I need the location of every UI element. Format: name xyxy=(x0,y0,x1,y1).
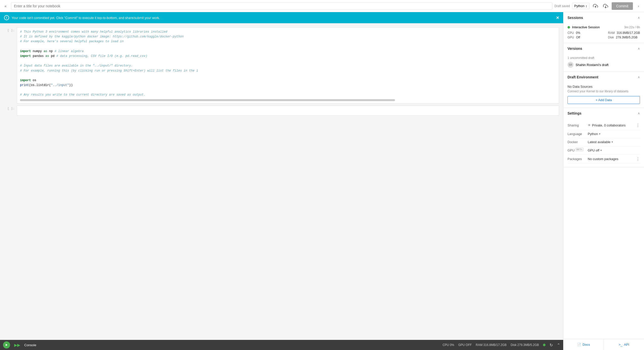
gpu-status: GPU OFF xyxy=(458,343,472,347)
sharing-more-button[interactable]: ⋮ xyxy=(636,123,640,128)
session-type-label: Interactive Session xyxy=(572,25,600,29)
draft-env-section: Draft Environment ∧ No Data Sources Conn… xyxy=(563,72,644,108)
settings-section-header[interactable]: Settings ∧ xyxy=(563,108,644,119)
svg-marker-2 xyxy=(6,344,8,346)
download-button[interactable] xyxy=(602,2,610,10)
no-data-title: No Data Sources xyxy=(567,85,640,89)
lock-icon: 👁 xyxy=(588,123,591,127)
cell-2: [ ]: xyxy=(0,105,563,116)
refresh-button[interactable]: ↻ xyxy=(550,343,553,347)
draft-user-label: Shahin Rostami's draft xyxy=(576,63,608,67)
gpu-label: GPU xyxy=(567,36,574,39)
cpu-label: CPU xyxy=(567,31,574,35)
session-time: 3m:22s / 6h xyxy=(624,26,640,29)
console-label: Console xyxy=(24,343,36,347)
add-data-button[interactable]: + Add Data xyxy=(567,96,640,104)
language-caret-icon: ▼ xyxy=(598,133,601,135)
sessions-section-header[interactable]: Sessions ∧ xyxy=(563,12,644,23)
draft-env-header[interactable]: Draft Environment ∧ xyxy=(563,72,644,83)
docker-caret-icon: ▼ xyxy=(611,141,613,143)
api-label: API xyxy=(624,343,629,346)
main-area: i Your code isn't committed yet. Click "… xyxy=(0,12,644,350)
commit-button[interactable]: Commit xyxy=(612,2,633,10)
gpu-value: Off xyxy=(576,36,580,39)
docs-icon: 📄 xyxy=(577,343,581,346)
packages-more-button[interactable]: ⋮ xyxy=(636,157,640,161)
settings-section: Settings ∧ Sharing 👁 Private, 0 collabor… xyxy=(563,108,644,167)
cell-1-content[interactable]: # This Python 3 environment comes with m… xyxy=(17,27,559,103)
settings-title: Settings xyxy=(567,111,581,115)
ram-label: RAM xyxy=(608,31,615,35)
api-icon: >_ xyxy=(619,343,623,346)
collapse-sidebar-button[interactable]: « xyxy=(2,3,9,10)
info-icon: i xyxy=(4,15,9,20)
language-label: Python xyxy=(574,4,584,8)
draft-env-collapse-icon: ∧ xyxy=(638,75,640,79)
language-dropdown[interactable]: Python ▼ xyxy=(588,132,640,136)
close-banner-button[interactable]: ✕ xyxy=(556,15,559,20)
collapse-console-button[interactable]: ⌃ xyxy=(557,343,560,347)
ram-status: RAM 316.8MB/17.2GB xyxy=(476,343,507,347)
docker-dropdown[interactable]: Latest available ▼ xyxy=(588,140,640,144)
session-active-dot xyxy=(567,26,570,29)
gpu-caret-icon: ▼ xyxy=(600,149,602,152)
info-banner: i Your code isn't committed yet. Click "… xyxy=(0,12,563,23)
cell-2-label: [ ]: xyxy=(4,105,17,116)
sidebar-footer: 📄 Docs >_ API xyxy=(563,339,644,350)
versions-body: 1 uncommitted draft SR Shahin Rostami's … xyxy=(563,54,644,71)
draft-env-title: Draft Environment xyxy=(567,75,598,79)
ram-value: 316.8MB/17.2GB xyxy=(617,31,640,35)
connection-status-dot xyxy=(543,344,546,346)
versions-section: Versions ∧ 1 uncommitted draft SR Shahin… xyxy=(563,43,644,72)
sessions-collapse-icon: ∧ xyxy=(638,16,640,19)
cells-area: [ ]: # This Python 3 environment comes w… xyxy=(0,23,563,340)
navigate-forward-button[interactable]: › xyxy=(635,3,642,10)
docs-button[interactable]: 📄 Docs xyxy=(563,339,604,350)
draft-env-body: No Data Sources Connect your Kernel to o… xyxy=(563,83,644,107)
disk-label: Disk xyxy=(608,36,614,39)
docker-label: Docker xyxy=(567,140,588,144)
api-button[interactable]: >_ API xyxy=(604,339,644,350)
settings-body: Sharing 👁 Private, 0 collaborators ⋮ Lan… xyxy=(563,119,644,167)
no-data-subtitle: Connect your Kernel to our library of da… xyxy=(567,90,640,93)
disk-status: Disk 279.3MB/5.2GB xyxy=(511,343,539,347)
gpu-dropdown[interactable]: GPU off ▼ xyxy=(588,148,640,152)
docs-label: Docs xyxy=(583,343,590,346)
notebook-area: i Your code isn't committed yet. Click "… xyxy=(0,12,563,350)
packages-label: Packages xyxy=(567,157,588,161)
sharing-row: Sharing 👁 Private, 0 collaborators ⋮ xyxy=(567,121,640,130)
cpu-status: CPU 0% xyxy=(442,343,454,347)
gpu-row: GPU BETA GPU off ▼ xyxy=(567,146,640,155)
sessions-section: Sessions ∧ Interactive Session 3m:22s / … xyxy=(563,12,644,43)
cell-2-content[interactable] xyxy=(17,105,559,116)
versions-title: Versions xyxy=(567,47,582,51)
draft-saved-status: Draft saved xyxy=(554,4,570,8)
docker-row: Docker Latest available ▼ xyxy=(567,138,640,146)
gpu-setting-label: GPU BETA xyxy=(567,148,588,152)
sharing-label: Sharing xyxy=(567,123,588,127)
statusbar: ▶▶ Console CPU 0% GPU OFF RAM 316.8MB/17… xyxy=(0,340,563,350)
sharing-value: 👁 Private, 0 collaborators xyxy=(588,123,636,127)
language-setting-label: Language xyxy=(567,132,588,136)
versions-section-header[interactable]: Versions ∧ xyxy=(563,43,644,54)
settings-collapse-icon: ∧ xyxy=(638,112,640,115)
upload-button[interactable] xyxy=(591,2,600,10)
session-stats: CPU0% GPUOff RAM316.8MB/17.2GB Disk279.3… xyxy=(567,31,640,39)
sessions-body: Interactive Session 3m:22s / 6h CPU0% GP… xyxy=(563,23,644,43)
language-selector[interactable]: Python ↕ xyxy=(572,3,589,9)
beta-badge: BETA xyxy=(576,148,583,151)
right-sidebar: Sessions ∧ Interactive Session 3m:22s / … xyxy=(563,12,644,350)
cell-1-label: [ ]: xyxy=(4,27,17,103)
disk-value: 279.3MB/5.2GB xyxy=(616,36,637,39)
sessions-title: Sessions xyxy=(567,16,583,20)
packages-value: No custom packages xyxy=(588,157,636,161)
cpu-value: 0% xyxy=(576,31,580,35)
horizontal-scrollbar[interactable] xyxy=(20,99,395,101)
info-banner-text: Your code isn't committed yet. Click "Co… xyxy=(12,16,553,20)
language-row: Language Python ▼ xyxy=(567,130,640,138)
packages-row: Packages No custom packages ⋮ xyxy=(567,155,640,164)
run-button[interactable] xyxy=(3,341,10,348)
fast-forward-button[interactable]: ▶▶ xyxy=(14,343,20,347)
notebook-title-input[interactable] xyxy=(11,2,552,10)
versions-collapse-icon: ∧ xyxy=(638,47,640,50)
